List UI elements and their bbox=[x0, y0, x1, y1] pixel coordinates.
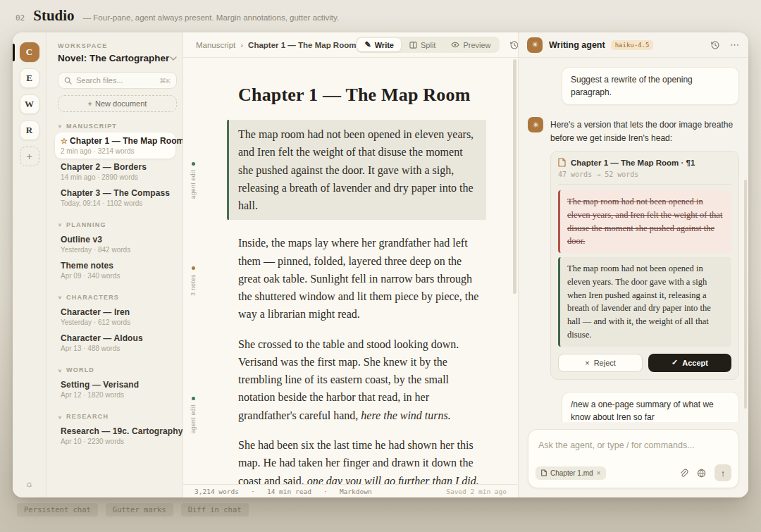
file-item-chapter-3[interactable]: Chapter 3 — The Compass Today, 09:14 · 1… bbox=[55, 185, 175, 211]
breadcrumb-current: Chapter 1 — The Map Room bbox=[248, 41, 356, 49]
file-item-character-iren[interactable]: Character — Iren Yesterday · 612 words bbox=[55, 304, 175, 330]
chat-history-icon[interactable] bbox=[710, 40, 720, 50]
gutter-mark-agent-edit-2[interactable]: agent edit bbox=[188, 397, 198, 433]
tab-preview[interactable]: Preview bbox=[444, 38, 497, 51]
page-number: 02 bbox=[16, 13, 25, 23]
search-icon bbox=[64, 77, 72, 85]
file-item-character-aldous[interactable]: Character — Aldous Apr 13 · 488 words bbox=[55, 330, 175, 356]
agent-title: Writing agent bbox=[549, 40, 605, 50]
chat-scrollbar[interactable] bbox=[744, 180, 747, 409]
section-characters[interactable]: ∨CHARACTERS bbox=[58, 294, 177, 301]
star-icon: ☆ bbox=[61, 137, 68, 145]
rail-item-w[interactable]: W bbox=[20, 94, 39, 114]
editor-statusbar: 3,214 words · 14 min read · Markdown Sav… bbox=[183, 484, 518, 497]
workspace-rail: C E W R + ☼ bbox=[13, 32, 47, 497]
diff-card: Chapter 1 — The Map Room · ¶1 47 words →… bbox=[550, 151, 739, 380]
file-item-chapter-1[interactable]: ☆Chapter 1 — The Map Room 2 min ago · 32… bbox=[55, 132, 175, 159]
check-icon: ✓ bbox=[672, 358, 678, 367]
agent-header: ✳ Writing agent haiku-4.5 ⋯ bbox=[519, 32, 748, 58]
plus-icon: + bbox=[88, 99, 92, 108]
document-icon bbox=[558, 158, 566, 167]
file-item-chapter-2[interactable]: Chapter 2 — Borders 14 min ago · 2890 wo… bbox=[55, 159, 175, 185]
model-badge: haiku-4.5 bbox=[611, 40, 654, 50]
app-window: C E W R + ☼ WORKSPACE Novel: The Cartogr… bbox=[13, 32, 748, 497]
theme-toggle-icon[interactable]: ☼ bbox=[25, 478, 34, 489]
split-icon bbox=[409, 42, 417, 49]
breadcrumb: Manuscript › Chapter 1 — The Map Room bbox=[196, 41, 356, 49]
workspace-name: Novel: The Cartographer bbox=[58, 53, 170, 63]
chevron-down-icon: ∨ bbox=[58, 123, 63, 128]
tag-diff-in-chat: Diff in chat bbox=[181, 503, 249, 516]
tag-persistent-chat: Persistent chat bbox=[17, 503, 98, 516]
pencil-icon: ✎ bbox=[364, 40, 371, 49]
search-box[interactable]: ⌘K bbox=[58, 72, 177, 89]
rail-item-e[interactable]: E bbox=[20, 68, 39, 88]
file-sidebar: WORKSPACE Novel: The Cartographer ⌘K + N… bbox=[47, 32, 183, 497]
chat-input[interactable] bbox=[538, 440, 729, 450]
agent-edit-dot bbox=[192, 397, 195, 400]
attach-icon[interactable] bbox=[679, 468, 688, 478]
editor-header: Manuscript › Chapter 1 — The Map Room ✎W… bbox=[183, 32, 518, 58]
editor-pane: Manuscript › Chapter 1 — The Map Room ✎W… bbox=[183, 32, 518, 497]
chat-composer[interactable]: Chapter 1.md × ↑ bbox=[528, 429, 739, 488]
tag-gutter-marks: Gutter marks bbox=[106, 503, 173, 516]
search-input[interactable] bbox=[76, 76, 155, 85]
diff-removed-text: The map room had not been opened in elev… bbox=[558, 190, 731, 253]
gutter-mark-notes[interactable]: 3 notes bbox=[188, 266, 198, 296]
document-icon bbox=[541, 469, 547, 476]
chevron-down-icon: ∨ bbox=[58, 367, 63, 372]
file-item-setting-verisand[interactable]: Setting — Verisand Apr 12 · 1820 words bbox=[55, 376, 175, 402]
editor-scrollbar[interactable] bbox=[513, 59, 516, 294]
close-icon: × bbox=[585, 359, 589, 367]
document-title: Chapter 1 — The Map Room bbox=[238, 85, 486, 106]
breadcrumb-separator: › bbox=[240, 41, 243, 49]
reject-button[interactable]: ×Reject bbox=[558, 354, 643, 372]
new-document-button[interactable]: + New document bbox=[58, 95, 177, 112]
workspace-label: WORKSPACE bbox=[58, 42, 177, 49]
paragraph-highlighted[interactable]: The map room had not been opened in elev… bbox=[227, 120, 486, 220]
globe-icon[interactable] bbox=[697, 469, 706, 478]
notes-dot bbox=[192, 266, 195, 270]
eye-icon bbox=[451, 42, 459, 48]
diff-added-text: The map room had not been opened in elev… bbox=[558, 257, 731, 347]
section-world[interactable]: ∨WORLD bbox=[58, 366, 177, 373]
agent-edit-dot bbox=[192, 162, 195, 166]
section-research[interactable]: ∨RESEARCH bbox=[58, 413, 177, 420]
section-planning[interactable]: ∨PLANNING bbox=[58, 221, 177, 228]
rail-item-r[interactable]: R bbox=[20, 120, 39, 140]
word-count-status: 3,214 words · 14 min read · Markdown bbox=[194, 488, 372, 495]
file-item-theme-notes[interactable]: Theme notes Apr 09 · 340 words bbox=[55, 257, 175, 283]
agent-panel: ✳ Writing agent haiku-4.5 ⋯ Suggest a re… bbox=[518, 32, 748, 497]
user-message: Suggest a rewrite of the opening paragra… bbox=[562, 67, 739, 105]
chat-more-menu[interactable]: ⋯ bbox=[730, 39, 740, 50]
workspace-switcher[interactable]: Novel: The Cartographer bbox=[58, 53, 177, 63]
section-manuscript[interactable]: ∨MANUSCRIPT bbox=[58, 123, 177, 130]
app-title: Studio bbox=[33, 7, 74, 25]
file-item-research-cartography[interactable]: Research — 19c. Cartography Apr 10 · 223… bbox=[55, 423, 175, 449]
chevron-down-icon: ∨ bbox=[58, 295, 63, 299]
send-button[interactable]: ↑ bbox=[714, 464, 731, 481]
chevron-down-icon bbox=[170, 56, 177, 61]
paragraph[interactable]: She had been six the last time he had sh… bbox=[238, 436, 486, 484]
file-item-outline-v3[interactable]: Outline v3 Yesterday · 842 words bbox=[55, 231, 175, 257]
breadcrumb-root[interactable]: Manuscript bbox=[196, 41, 235, 49]
diff-stats: 47 words → 52 words bbox=[558, 171, 731, 185]
feature-tags: Persistent chat Gutter marks Diff in cha… bbox=[17, 503, 249, 516]
tab-write[interactable]: ✎Write bbox=[357, 38, 401, 51]
gutter-mark-agent-edit-1[interactable]: agent edit bbox=[188, 162, 198, 199]
context-chip-chapter-1[interactable]: Chapter 1.md × bbox=[536, 466, 606, 480]
paragraph[interactable]: She crossed to the table and stood looki… bbox=[238, 335, 486, 424]
view-mode-toggle: ✎Write Split Preview bbox=[356, 37, 499, 53]
user-message: /new a one-page summary of what we know … bbox=[562, 392, 739, 422]
accept-button[interactable]: ✓Accept bbox=[648, 354, 731, 372]
tab-split[interactable]: Split bbox=[402, 38, 443, 51]
agent-avatar: ✳ bbox=[527, 37, 543, 53]
add-workspace-button[interactable]: + bbox=[20, 147, 39, 166]
search-shortcut: ⌘K bbox=[159, 77, 171, 85]
rail-item-cartographer[interactable]: C bbox=[20, 42, 39, 62]
close-icon[interactable]: × bbox=[597, 469, 601, 477]
document-content[interactable]: Chapter 1 — The Map Room The map room ha… bbox=[238, 85, 486, 484]
rail-active-indicator bbox=[13, 44, 15, 61]
paragraph[interactable]: Inside, the maps lay where her grandfath… bbox=[238, 234, 486, 323]
chevron-down-icon: ∨ bbox=[58, 414, 63, 419]
